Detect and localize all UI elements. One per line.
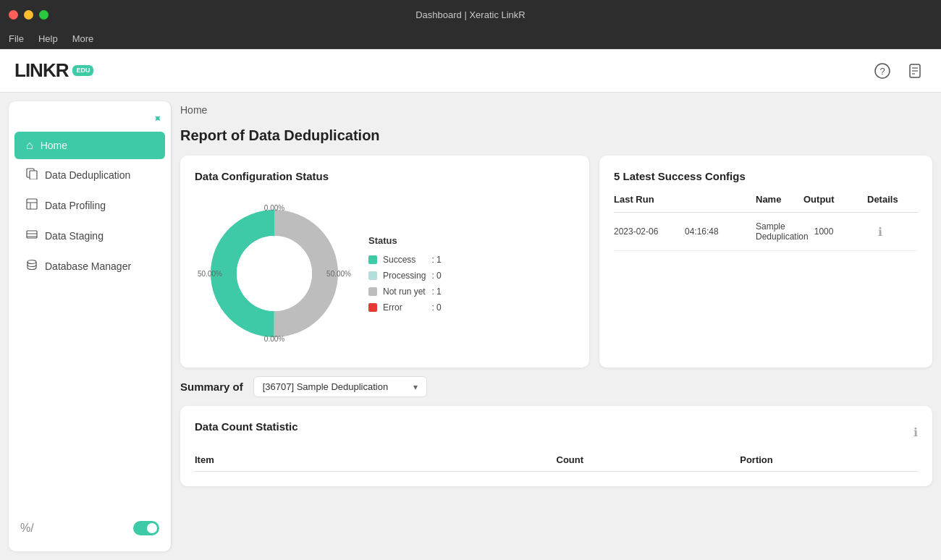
label-right: 50.00%: [326, 270, 351, 278]
svg-point-14: [28, 260, 36, 264]
table-header: Last Run Name Output Details: [614, 194, 918, 213]
error-dot: [368, 303, 377, 312]
data-count-header: Data Count Statistic ℹ: [195, 420, 918, 444]
content-area: Home Report of Data Deduplication Data C…: [172, 93, 941, 560]
data-table-header: Item Count Portion: [195, 454, 918, 472]
table-row: 2023-02-06 04:16:48 Sample Deduplication…: [614, 213, 918, 251]
window-title: Dashboard | Xeratic LinkR: [415, 9, 526, 20]
legend-error-label: Error: [383, 302, 402, 313]
chart-card: Data Configuration Status: [180, 156, 589, 368]
menubar: File Help More: [0, 29, 941, 49]
app-shell: LINKR EDU ?: [0, 49, 941, 560]
sidebar-item-database-manager[interactable]: Database Manager: [14, 252, 165, 281]
minimize-button[interactable]: [24, 10, 33, 20]
donut-chart: 0.00% 50.00% 0.00% 50.00%: [195, 194, 354, 353]
legend-item-not-run: Not run yet : 1: [368, 287, 453, 297]
col-name: Name: [756, 194, 798, 205]
help-icon[interactable]: ?: [872, 60, 893, 82]
menu-file[interactable]: File: [9, 33, 24, 44]
row-details-icon[interactable]: ℹ: [878, 225, 929, 239]
main-content: ✦ ⌂ Home Data Deduplication: [0, 93, 941, 560]
svg-text:?: ?: [879, 66, 885, 77]
col-time: [685, 194, 750, 205]
chart-card-title: Data Configuration Status: [195, 170, 575, 182]
label-top: 0.00%: [264, 204, 284, 212]
data-count-title: Data Count Statistic: [195, 420, 298, 433]
page-title: Report of Data Deduplication: [180, 127, 932, 144]
svg-rect-8: [27, 199, 37, 209]
app-header: LINKR EDU ?: [0, 49, 941, 93]
svg-rect-7: [30, 171, 37, 179]
sidebar-item-data-staging[interactable]: Data Staging: [14, 221, 165, 250]
legend-item-success: Success : 1: [368, 255, 453, 265]
chart-legend: Status Success : 1 Processing : 0: [368, 235, 453, 313]
sidebar-footer: %/: [9, 512, 171, 544]
success-card: 5 Latest Success Configs Last Run Name O…: [599, 156, 932, 368]
menu-help[interactable]: Help: [38, 33, 58, 44]
maximize-button[interactable]: [39, 10, 48, 20]
logo-text: LINKR: [14, 59, 68, 82]
legend-success-value: : 1: [431, 255, 453, 265]
menu-more[interactable]: More: [72, 33, 94, 44]
data-count-card: Data Count Statistic ℹ Item Count Portio…: [180, 406, 932, 486]
processing-dot: [368, 271, 377, 280]
legend-not-run-value: : 1: [431, 287, 453, 297]
staging-icon: [26, 229, 38, 243]
document-icon[interactable]: [905, 60, 927, 82]
legend-success-label: Success: [383, 255, 415, 265]
row-time: 04:16:48: [685, 226, 750, 237]
deduplication-icon: [26, 168, 38, 182]
profiling-icon: [26, 198, 38, 213]
data-col-portion: Portion: [740, 454, 918, 465]
success-dot: [368, 255, 377, 264]
row-output: 1000: [814, 226, 872, 237]
window-controls: [9, 10, 48, 20]
col-details: Details: [867, 194, 918, 205]
row-date: 2023-02-06: [614, 226, 679, 237]
legend-not-run-label: Not run yet: [383, 287, 426, 297]
label-bottom: 0.00%: [264, 335, 284, 343]
header-icons: ?: [872, 60, 927, 82]
col-output: Output: [803, 194, 861, 205]
summary-select[interactable]: [36707] Sample Deduplication ▾: [253, 376, 427, 397]
sidebar-item-home-label: Home: [41, 140, 67, 151]
sidebar-pin-area: ✦: [9, 109, 171, 131]
sidebar-item-profiling-label: Data Profiling: [45, 200, 106, 211]
chart-container: 0.00% 50.00% 0.00% 50.00% Status Success: [195, 194, 575, 353]
pin-icon[interactable]: ✦: [149, 110, 166, 127]
data-col-count: Count: [557, 454, 735, 465]
svg-point-17: [237, 236, 312, 311]
titlebar: Dashboard | Xeratic LinkR: [0, 0, 941, 29]
chevron-down-icon: ▾: [413, 382, 418, 392]
row-name: Sample Deduplication: [756, 221, 809, 242]
sidebar-item-deduplication-label: Data Deduplication: [45, 169, 130, 181]
data-col-item: Item: [195, 454, 551, 465]
legend-error-value: : 0: [431, 302, 453, 313]
summary-select-value: [36707] Sample Deduplication: [263, 381, 388, 392]
not-run-dot: [368, 287, 377, 296]
sidebar-item-database-label: Database Manager: [45, 260, 131, 272]
label-left: 50.00%: [198, 270, 222, 278]
cards-row: Data Configuration Status: [180, 156, 932, 368]
sidebar-item-data-deduplication[interactable]: Data Deduplication: [14, 161, 165, 190]
close-button[interactable]: [9, 10, 18, 20]
col-last-run: Last Run: [614, 194, 679, 205]
summary-label: Summary of: [180, 381, 243, 393]
legend-processing-label: Processing: [383, 271, 426, 281]
percent-icon: %/: [20, 522, 34, 535]
legend-title: Status: [368, 235, 453, 246]
breadcrumb: Home: [180, 101, 932, 119]
legend-item-processing: Processing : 0: [368, 271, 453, 281]
data-count-info-icon[interactable]: ℹ: [913, 425, 918, 439]
legend-processing-value: : 0: [431, 271, 453, 281]
database-icon: [26, 259, 38, 273]
summary-row: Summary of [36707] Sample Deduplication …: [180, 376, 932, 397]
logo: LINKR EDU: [14, 59, 93, 82]
home-icon: ⌂: [26, 139, 33, 152]
legend-item-error: Error : 0: [368, 302, 453, 313]
logo-badge: EDU: [72, 65, 93, 77]
sidebar-item-staging-label: Data Staging: [45, 230, 104, 242]
sidebar-item-data-profiling[interactable]: Data Profiling: [14, 191, 165, 220]
dark-mode-toggle[interactable]: [133, 521, 159, 535]
sidebar-item-home[interactable]: ⌂ Home: [14, 132, 165, 159]
